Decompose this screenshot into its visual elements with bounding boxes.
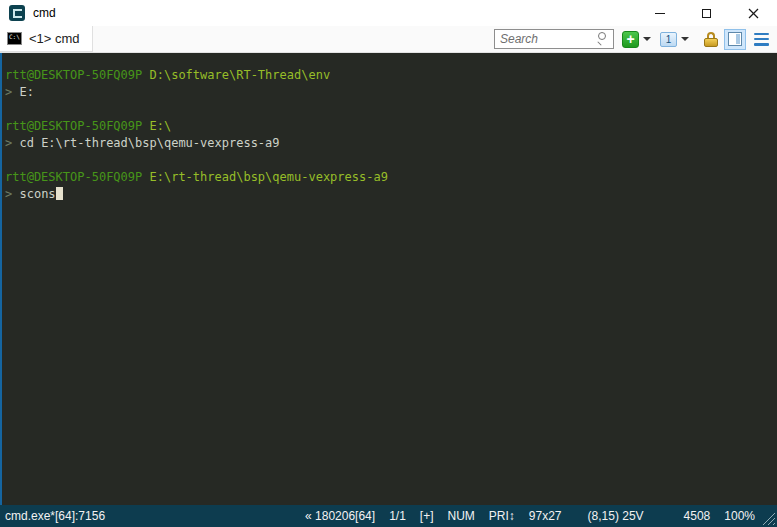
terminal-output[interactable]: rtt@DESKTOP-50FQ09P D:\software\RT-Threa… bbox=[0, 53, 777, 505]
window-controls bbox=[636, 0, 777, 26]
tab-cmd[interactable]: C:\ <1> cmd bbox=[0, 26, 93, 52]
search-box bbox=[494, 29, 614, 49]
terminal-text-segment: rtt@DESKTOP-50FQ09P bbox=[5, 170, 150, 184]
conemu-window: cmd C:\ <1> cmd + 1 bbox=[0, 0, 777, 527]
terminal-text-segment: > bbox=[5, 85, 19, 99]
statusbar-item[interactable]: (8,15) 25V bbox=[588, 509, 644, 523]
close-button[interactable] bbox=[730, 0, 777, 26]
terminal-text-segment: cd E:\rt-thread\bsp\qemu-vexpress-a9 bbox=[19, 136, 279, 150]
new-console-button[interactable]: + bbox=[622, 31, 656, 48]
maximize-button[interactable] bbox=[683, 0, 730, 26]
terminal-text-segment: rtt@DESKTOP-50FQ09P bbox=[5, 119, 150, 133]
statusbar: cmd.exe*[64]:7156 « 180206[64]1/1[+]NUMP… bbox=[0, 505, 777, 527]
statusbar-item[interactable]: NUM bbox=[448, 509, 475, 523]
statusbar-item[interactable]: PRI↕ bbox=[489, 509, 515, 523]
statusbar-item[interactable]: 4508 bbox=[684, 509, 711, 523]
close-icon bbox=[748, 8, 759, 19]
active-console-button[interactable]: 1 bbox=[660, 32, 694, 47]
app-icon bbox=[9, 5, 25, 21]
resize-grip[interactable] bbox=[760, 510, 776, 526]
terminal-text-segment: > bbox=[5, 136, 19, 150]
terminal-line: rtt@DESKTOP-50FQ09P D:\software\RT-Threa… bbox=[5, 67, 773, 84]
tab-label: <1> cmd bbox=[29, 31, 80, 46]
minimize-icon bbox=[655, 13, 665, 14]
terminal-line: rtt@DESKTOP-50FQ09P E:\rt-thread\bsp\qem… bbox=[5, 169, 773, 186]
side-panel-icon bbox=[728, 32, 742, 46]
chevron-down-icon bbox=[643, 37, 651, 41]
maximize-icon bbox=[702, 9, 711, 18]
terminal-line: > cd E:\rt-thread\bsp\qemu-vexpress-a9 bbox=[5, 135, 773, 152]
terminal-line: rtt@DESKTOP-50FQ09P E:\ bbox=[5, 118, 773, 135]
statusbar-item[interactable]: 100% bbox=[724, 509, 755, 523]
green-plus-icon: + bbox=[622, 31, 639, 48]
search-icon bbox=[598, 32, 610, 44]
terminal-line: > E: bbox=[5, 84, 773, 101]
cmd-prompt-icon: C:\ bbox=[7, 32, 22, 45]
statusbar-item[interactable]: [+] bbox=[420, 509, 434, 523]
window-number-icon: 1 bbox=[660, 32, 677, 47]
panel-toggle-button[interactable] bbox=[724, 29, 746, 50]
minimize-button[interactable] bbox=[636, 0, 683, 26]
main-menu-button[interactable] bbox=[754, 33, 769, 46]
statusbar-items: « 180206[64]1/1[+]NUMPRI↕97x27(8,15) 25V… bbox=[291, 509, 755, 523]
lock-button[interactable] bbox=[704, 32, 718, 47]
statusbar-process: cmd.exe*[64]:7156 bbox=[5, 509, 105, 523]
statusbar-item[interactable]: 1/1 bbox=[389, 509, 406, 523]
terminal-text-segment: E:\rt-thread\bsp\qemu-vexpress-a9 bbox=[150, 170, 388, 184]
window-title: cmd bbox=[33, 6, 636, 20]
statusbar-item[interactable]: 97x27 bbox=[529, 509, 562, 523]
search-input[interactable] bbox=[494, 29, 614, 49]
tabbar: C:\ <1> cmd + 1 bbox=[0, 26, 777, 53]
terminal-line bbox=[5, 152, 773, 169]
chevron-down-icon bbox=[681, 37, 689, 41]
terminal-line bbox=[5, 101, 773, 118]
terminal-line: > scons bbox=[5, 186, 773, 203]
terminal-text-segment: D:\software\RT-Thread\env bbox=[150, 68, 331, 82]
terminal-text-segment: E: bbox=[19, 85, 33, 99]
statusbar-item[interactable]: « 180206[64] bbox=[305, 509, 375, 523]
terminal-text-segment: rtt@DESKTOP-50FQ09P bbox=[5, 68, 150, 82]
terminal-text-segment: scons bbox=[19, 187, 55, 201]
terminal-text-segment: E:\ bbox=[150, 119, 172, 133]
titlebar: cmd bbox=[0, 0, 777, 26]
terminal-text-segment: > bbox=[5, 187, 19, 201]
terminal-cursor bbox=[56, 187, 63, 200]
